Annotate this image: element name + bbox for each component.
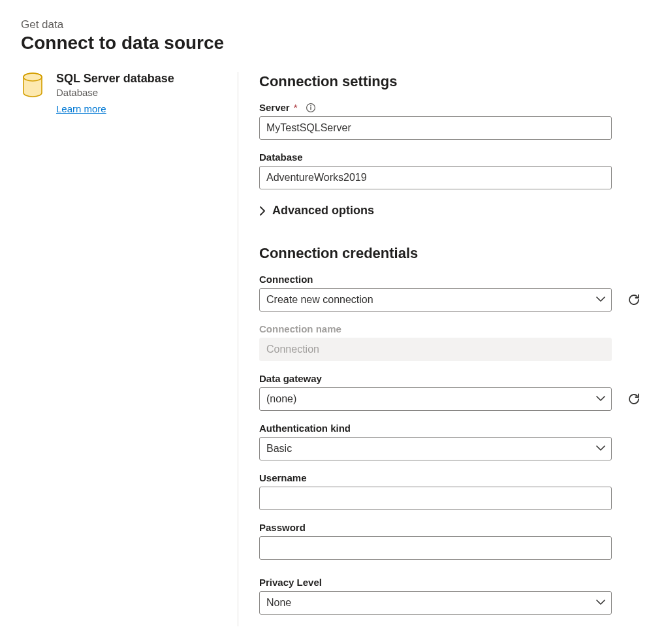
connection-name-input	[259, 338, 612, 361]
source-subtitle: Database	[56, 87, 174, 98]
database-label: Database	[259, 152, 643, 163]
database-icon	[21, 72, 44, 101]
database-input[interactable]	[259, 166, 612, 189]
svg-point-3	[310, 105, 311, 106]
server-input[interactable]	[259, 116, 612, 140]
connection-select[interactable]: Create new connection	[259, 288, 612, 312]
info-icon[interactable]	[306, 103, 316, 113]
authentication-kind-label: Authentication kind	[259, 423, 643, 434]
connection-name-label: Connection name	[259, 323, 643, 334]
authentication-kind-select[interactable]: Basic	[259, 437, 612, 460]
privacy-level-select[interactable]: None	[259, 591, 612, 615]
connection-settings-heading: Connection settings	[259, 73, 643, 90]
connection-label: Connection	[259, 274, 643, 285]
breadcrumb: Get data	[21, 18, 643, 31]
advanced-options-toggle[interactable]: Advanced options	[259, 204, 643, 217]
privacy-level-label: Privacy Level	[259, 577, 643, 588]
refresh-gateway-button[interactable]	[625, 390, 643, 408]
data-gateway-label: Data gateway	[259, 373, 643, 384]
chevron-right-icon	[259, 206, 266, 216]
password-label: Password	[259, 522, 643, 533]
data-gateway-select[interactable]: (none)	[259, 387, 612, 411]
connection-credentials-heading: Connection credentials	[259, 245, 643, 262]
svg-rect-4	[310, 106, 311, 109]
server-label: Server*	[259, 102, 643, 113]
refresh-connection-button[interactable]	[625, 291, 643, 309]
learn-more-link[interactable]: Learn more	[56, 103, 106, 114]
username-input[interactable]	[259, 487, 612, 510]
password-input[interactable]	[259, 536, 612, 560]
username-label: Username	[259, 472, 643, 483]
page-title: Connect to data source	[21, 33, 643, 54]
source-title: SQL Server database	[56, 72, 174, 86]
